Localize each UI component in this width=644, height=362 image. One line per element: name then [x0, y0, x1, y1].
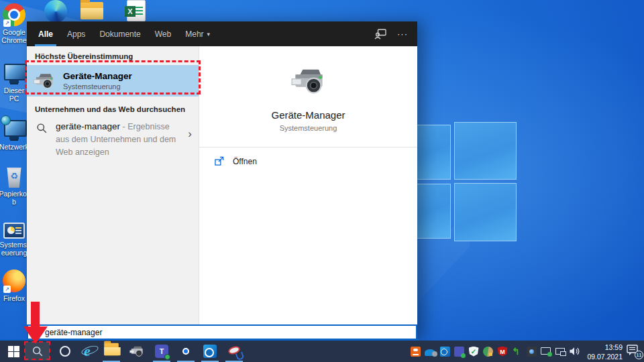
satellite-dish-icon: [227, 345, 241, 355]
system-tray: ✓ M ↰: [411, 341, 581, 362]
teams-tray-icon[interactable]: [454, 347, 464, 357]
desktop-icon-systemsteuerung[interactable]: Systemsteuerung: [0, 220, 30, 257]
taskbar-satellite-app[interactable]: [224, 343, 244, 360]
computer-icon: [3, 62, 25, 84]
security-shield-icon[interactable]: ✓: [469, 347, 479, 357]
green-arrow-icon[interactable]: ↰: [512, 347, 522, 357]
tab-label: Dokumente: [99, 29, 140, 39]
globe-lock-icon[interactable]: [483, 347, 493, 357]
tab-alle[interactable]: Alle: [37, 21, 54, 46]
web-search-suggestion[interactable]: geräte-manager - Ergebnisse aus dem Unte…: [27, 119, 199, 159]
desktop-icon-label: Papierkorb: [0, 190, 30, 206]
windows-logo-pane: [454, 183, 517, 241]
web-search-header: Unternehmen und das Web durchsuchen: [27, 97, 199, 119]
taskbar-accent-line: [0, 339, 419, 341]
open-icon: [214, 156, 224, 166]
windows-logo-pane: [454, 122, 517, 180]
tab-label: Apps: [67, 29, 85, 39]
control-panel-icon: [3, 223, 25, 239]
internet-explorer-icon: e: [84, 344, 91, 359]
action-center-button[interactable]: 11: [627, 345, 641, 358]
desktop-icon-label: Google Chrome: [0, 28, 30, 44]
search-results-pane: Höchste Übereinstimmung Geräte-Manager S…: [27, 46, 199, 324]
shortcut-arrow-icon: [3, 286, 11, 293]
taskbar-search-button[interactable]: [25, 342, 50, 361]
open-action-label: Öffnen: [233, 157, 257, 166]
desktop-icon-label: Firefox: [0, 294, 30, 302]
taskbar-outlook[interactable]: [200, 343, 220, 360]
desktop-icon-edge[interactable]: [40, 0, 71, 23]
tab-label: Web: [155, 29, 171, 39]
desktop-icon-google-chrome[interactable]: Google Chrome: [0, 3, 30, 44]
desktop-icon-netzwerk[interactable]: Netzwerk: [0, 118, 30, 151]
device-manager-icon-large: [291, 64, 326, 99]
tab-mehr[interactable]: Mehr ▾: [184, 21, 211, 46]
desktop-icon-firefox[interactable]: Firefox: [0, 269, 30, 302]
outlook-icon: [203, 345, 217, 358]
start-button[interactable]: [3, 343, 23, 360]
best-match-header: Höchste Übereinstimmung: [27, 46, 199, 65]
result-title: Geräte-Manager: [63, 71, 132, 81]
result-subtitle: Systemsteuerung: [63, 82, 132, 90]
tab-apps[interactable]: Apps: [66, 21, 87, 46]
search-icon: [32, 345, 44, 357]
tab-web[interactable]: Web: [154, 21, 172, 46]
outlook-tray-icon[interactable]: [440, 347, 450, 357]
suggestion-text: geräte-manager - Ergebnisse aus dem Unte…: [56, 120, 180, 159]
file-explorer-icon: [104, 343, 119, 356]
more-options-icon[interactable]: ···: [397, 29, 408, 39]
search-icon: [36, 123, 48, 134]
taskbar-device-manager[interactable]: [127, 343, 147, 360]
result-detail-pane: Geräte-Manager Systemsteuerung Öffnen: [199, 46, 417, 324]
volume-icon[interactable]: [569, 347, 580, 356]
taskbar-internet-explorer[interactable]: e: [77, 343, 97, 360]
network-status-icon[interactable]: [555, 348, 565, 355]
search-input[interactable]: [28, 326, 416, 339]
tray-app-orange-icon[interactable]: [411, 347, 421, 357]
device-manager-icon: [129, 344, 144, 359]
excel-file-icon: [127, 0, 146, 21]
search-tabs-bar: Alle Apps Dokumente Web Mehr ▾ ···: [27, 21, 417, 46]
desktop-icon-dieser-pc[interactable]: Dieser PC: [0, 62, 30, 103]
best-match-result-geraete-manager[interactable]: Geräte-Manager Systemsteuerung: [27, 65, 199, 97]
suggestion-query: geräte-manager: [56, 121, 120, 131]
network-icon: [3, 118, 25, 141]
taskbar-teams[interactable]: T: [152, 343, 172, 360]
teams-icon: T: [155, 345, 168, 358]
open-action[interactable]: Öffnen: [199, 147, 417, 166]
edge-icon: [44, 0, 67, 23]
shortcut-arrow-icon: [3, 19, 11, 27]
cortana-button[interactable]: [55, 343, 75, 360]
notification-count-badge: 11: [635, 351, 643, 359]
globe-icon: [1, 115, 11, 125]
desktop-icon-label: Dieser PC: [0, 86, 30, 103]
camera-app-icon[interactable]: [527, 347, 537, 357]
clock-time: 13:59: [584, 343, 623, 353]
windows-search-panel: Alle Apps Dokumente Web Mehr ▾ ··· Höchs…: [27, 21, 417, 340]
folder-icon: [80, 2, 103, 19]
tab-dokumente[interactable]: Dokumente: [98, 21, 142, 46]
windows-start-icon: [8, 346, 19, 357]
detail-title: Geräte-Manager: [199, 109, 417, 121]
taskbar-chrome[interactable]: [176, 343, 196, 360]
desktop-icon-papierkorb[interactable]: Papierkorb: [0, 166, 30, 206]
tab-label: Alle: [38, 29, 53, 39]
tab-label: Mehr: [185, 29, 203, 39]
chevron-right-icon: ›: [188, 120, 192, 139]
taskbar-clock[interactable]: 13:59 09.07.2021: [584, 343, 623, 361]
detail-subtitle: Systemsteuerung: [199, 124, 417, 132]
device-manager-icon: [34, 70, 55, 92]
desktop-icon-excel-file[interactable]: [121, 0, 152, 21]
taskbar-search-box: [27, 324, 417, 340]
display-share-icon[interactable]: [541, 347, 551, 355]
cortana-icon: [60, 346, 70, 357]
onedrive-icon[interactable]: [425, 349, 435, 356]
mcafee-shield-icon[interactable]: M: [498, 347, 508, 357]
desktop-icon-folder[interactable]: [80, 0, 111, 19]
taskbar: e T ✓ M ↰: [0, 341, 644, 362]
feedback-icon[interactable]: [374, 29, 386, 40]
clock-date: 09.07.2021: [584, 353, 623, 362]
firefox-icon: [3, 269, 25, 292]
taskbar-file-explorer[interactable]: [101, 343, 121, 360]
recycle-bin-icon: [5, 166, 23, 188]
